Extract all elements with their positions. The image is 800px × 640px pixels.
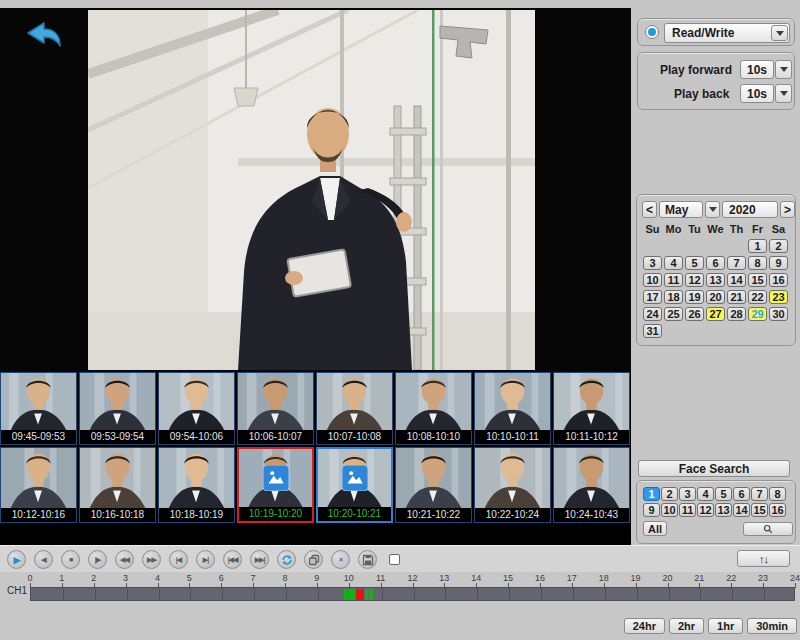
- interval-24hr-button[interactable]: 24hr: [624, 618, 665, 634]
- calendar-month-dropdown[interactable]: May: [659, 201, 703, 218]
- face-thumbnail[interactable]: 09:53-09:54: [79, 372, 156, 445]
- face-thumbnail[interactable]: 09:54-10:06: [158, 372, 235, 445]
- face-thumbnail[interactable]: 10:20-10:21: [316, 447, 393, 523]
- channel-button[interactable]: 16: [769, 503, 786, 517]
- calendar-day[interactable]: 8: [748, 256, 767, 270]
- channel-button[interactable]: 8: [769, 487, 786, 501]
- clip-button[interactable]: ×: [331, 550, 350, 569]
- back-button[interactable]: [24, 20, 64, 54]
- calendar-day[interactable]: 31: [643, 324, 662, 338]
- channel-button[interactable]: 11: [679, 503, 696, 517]
- face-thumbnail[interactable]: 10:16-10:18: [79, 447, 156, 523]
- next-file-button[interactable]: ▶▶|: [250, 550, 269, 569]
- calendar-day[interactable]: 13: [706, 273, 725, 287]
- face-thumbnail[interactable]: 10:24-10:43: [553, 447, 630, 523]
- prev-file-button[interactable]: |◀◀: [223, 550, 242, 569]
- face-thumbnail[interactable]: 09:45-09:53: [0, 372, 77, 445]
- channel-button[interactable]: 14: [733, 503, 750, 517]
- face-thumbnail[interactable]: 10:07-10:08: [316, 372, 393, 445]
- play-forward-value[interactable]: 10s: [740, 60, 774, 79]
- calendar-day[interactable]: 27: [706, 307, 725, 321]
- stop-button[interactable]: ■: [61, 550, 80, 569]
- channel-button[interactable]: 9: [643, 503, 660, 517]
- calendar-day[interactable]: 7: [727, 256, 746, 270]
- calendar-prev-button[interactable]: <: [642, 201, 657, 218]
- channel-button[interactable]: 13: [715, 503, 732, 517]
- calendar-day[interactable]: 30: [769, 307, 788, 321]
- calendar-day[interactable]: 28: [727, 307, 746, 321]
- face-thumbnail[interactable]: 10:19-10:20: [237, 447, 314, 523]
- calendar-next-button[interactable]: >: [780, 201, 795, 218]
- calendar-day[interactable]: 18: [664, 290, 683, 304]
- calendar-day[interactable]: 1: [748, 239, 767, 253]
- sync-playback-button[interactable]: ↑↓: [737, 550, 790, 567]
- face-search-go-button[interactable]: [743, 522, 793, 536]
- calendar-day[interactable]: 23: [769, 290, 788, 304]
- all-channels-button[interactable]: All: [643, 521, 667, 536]
- channel-button[interactable]: 15: [751, 503, 768, 517]
- play-back-value[interactable]: 10s: [740, 84, 774, 103]
- calendar-day[interactable]: 5: [685, 256, 704, 270]
- face-thumbnail[interactable]: 10:06-10:07: [237, 372, 314, 445]
- face-thumbnail[interactable]: 10:08-10:10: [395, 372, 472, 445]
- read-write-radio[interactable]: [645, 25, 659, 39]
- main-video[interactable]: [88, 10, 535, 370]
- channel-button[interactable]: 10: [661, 503, 678, 517]
- calendar-day[interactable]: 6: [706, 256, 725, 270]
- calendar-day[interactable]: 15: [748, 273, 767, 287]
- calendar-day[interactable]: 9: [769, 256, 788, 270]
- timeline-track[interactable]: [30, 587, 795, 601]
- channel-button[interactable]: 5: [715, 487, 732, 501]
- channel-button[interactable]: 1: [643, 487, 660, 501]
- reverse-play-button[interactable]: ◀: [34, 550, 53, 569]
- face-thumbnail[interactable]: 10:21-10:22: [395, 447, 472, 523]
- calendar-day[interactable]: 3: [643, 256, 662, 270]
- interval-1hr-button[interactable]: 1hr: [708, 618, 743, 634]
- stream-mode-dropdown[interactable]: Read/Write: [664, 23, 790, 43]
- calendar-day[interactable]: 16: [769, 273, 788, 287]
- channel-button[interactable]: 7: [751, 487, 768, 501]
- loop-button[interactable]: [277, 550, 296, 569]
- calendar-day[interactable]: 22: [748, 290, 767, 304]
- channel-button[interactable]: 6: [733, 487, 750, 501]
- face-thumbnail[interactable]: 10:11-10:12: [553, 372, 630, 445]
- calendar-day[interactable]: 17: [643, 290, 662, 304]
- calendar-day[interactable]: 14: [727, 273, 746, 287]
- face-thumbnail[interactable]: 10:12-10:16: [0, 447, 77, 523]
- fast-forward-button[interactable]: ▶▶: [142, 550, 161, 569]
- play-button[interactable]: ▶: [7, 550, 26, 569]
- calendar-day[interactable]: 2: [769, 239, 788, 253]
- calendar-day[interactable]: 11: [664, 273, 683, 287]
- calendar-day[interactable]: 12: [685, 273, 704, 287]
- calendar-year-field[interactable]: 2020: [722, 201, 778, 218]
- stream-dropdown-arrow-button[interactable]: [771, 25, 788, 41]
- calendar-day[interactable]: 24: [643, 307, 662, 321]
- calendar-day[interactable]: 20: [706, 290, 725, 304]
- calendar-day[interactable]: 4: [664, 256, 683, 270]
- calendar-day[interactable]: 21: [727, 290, 746, 304]
- next-frame-button[interactable]: ▶|: [196, 550, 215, 569]
- face-thumbnail[interactable]: 10:22-10:24: [474, 447, 551, 523]
- prev-frame-button[interactable]: |◀: [169, 550, 188, 569]
- frame-step-button[interactable]: |▶: [88, 550, 107, 569]
- calendar-day[interactable]: 19: [685, 290, 704, 304]
- timeline-checkbox[interactable]: [389, 554, 400, 565]
- play-forward-arrow-button[interactable]: [775, 60, 792, 79]
- calendar-day[interactable]: 25: [664, 307, 683, 321]
- channel-button[interactable]: 2: [661, 487, 678, 501]
- calendar-day[interactable]: 29: [748, 307, 767, 321]
- channel-button[interactable]: 4: [697, 487, 714, 501]
- rewind-button[interactable]: ◀◀: [115, 550, 134, 569]
- calendar-day[interactable]: 26: [685, 307, 704, 321]
- face-search-button[interactable]: Face Search: [638, 460, 790, 477]
- face-thumbnail[interactable]: 10:18-10:19: [158, 447, 235, 523]
- multi-window-button[interactable]: [304, 550, 323, 569]
- interval-2hr-button[interactable]: 2hr: [669, 618, 704, 634]
- channel-button[interactable]: 12: [697, 503, 714, 517]
- channel-button[interactable]: 3: [679, 487, 696, 501]
- play-back-arrow-button[interactable]: [775, 84, 792, 103]
- calendar-month-arrow-button[interactable]: [705, 201, 720, 218]
- face-thumbnail[interactable]: 10:10-10:11: [474, 372, 551, 445]
- interval-30min-button[interactable]: 30min: [747, 618, 797, 634]
- calendar-day[interactable]: 10: [643, 273, 662, 287]
